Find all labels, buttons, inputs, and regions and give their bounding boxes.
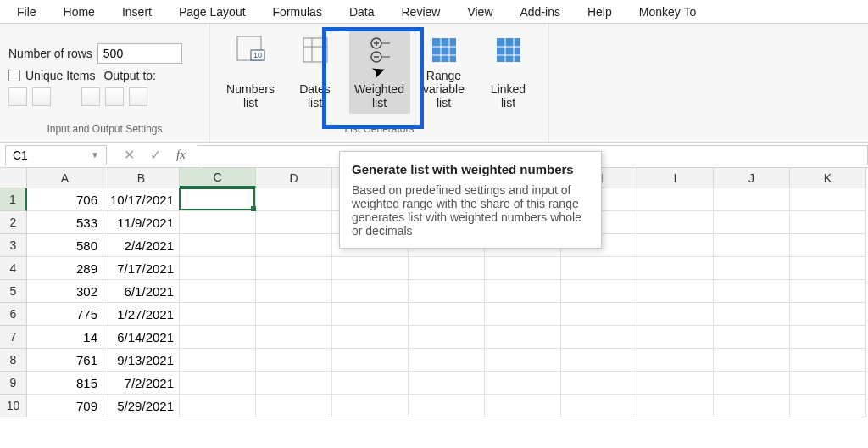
cell-K2[interactable] [790, 211, 866, 234]
decimal-decrease-icon[interactable] [32, 87, 51, 106]
fx-icon[interactable]: fx [176, 148, 186, 162]
menu-file[interactable]: File [3, 2, 50, 22]
cell-H4[interactable] [561, 257, 637, 280]
cell-D7[interactable] [256, 326, 332, 349]
cell-G9[interactable] [485, 372, 561, 395]
menu-monkey-tools[interactable]: Monkey To [626, 2, 709, 22]
cell-K8[interactable] [790, 349, 866, 372]
cell-I10[interactable] [637, 395, 714, 417]
output-range-icon[interactable] [129, 87, 147, 106]
menu-add-ins[interactable]: Add-ins [507, 2, 574, 22]
cell-K5[interactable] [790, 280, 866, 303]
cell-C4[interactable] [180, 257, 256, 280]
cell-D5[interactable] [256, 280, 332, 303]
cell-I2[interactable] [637, 211, 714, 234]
cell-C3[interactable] [180, 234, 256, 257]
cancel-icon[interactable]: ✕ [124, 147, 135, 163]
cell-I1[interactable] [637, 188, 714, 211]
cell-E10[interactable] [332, 395, 409, 417]
output-table-icon[interactable] [105, 87, 124, 106]
menu-home[interactable]: Home [50, 2, 108, 22]
cell-J1[interactable] [714, 188, 790, 211]
cell-I6[interactable] [637, 303, 714, 326]
cell-E6[interactable] [332, 303, 409, 326]
cell-J2[interactable] [714, 211, 790, 234]
cell-H10[interactable] [561, 395, 637, 417]
chevron-down-icon[interactable]: ▼ [91, 150, 99, 160]
col-header-J[interactable]: J [714, 168, 790, 188]
cell-I4[interactable] [637, 257, 714, 280]
cell-H7[interactable] [561, 326, 637, 349]
list-btn-numbers[interactable]: 10Numberslist [220, 29, 281, 114]
cell-F10[interactable] [409, 395, 485, 417]
cell-H9[interactable] [561, 372, 637, 395]
cell-D6[interactable] [256, 303, 332, 326]
menu-view[interactable]: View [453, 2, 506, 22]
menu-help[interactable]: Help [574, 2, 626, 22]
cell-B8[interactable]: 9/13/2021 [103, 349, 180, 372]
menu-formulas[interactable]: Formulas [259, 2, 336, 22]
col-header-D[interactable]: D [256, 168, 332, 188]
cell-F6[interactable] [409, 303, 485, 326]
cell-B9[interactable]: 7/2/2021 [103, 372, 180, 395]
cell-F4[interactable] [409, 257, 485, 280]
cell-A10[interactable]: 709 [27, 395, 103, 417]
cell-G8[interactable] [485, 349, 561, 372]
row-header-10[interactable]: 10 [0, 395, 27, 417]
output-sheet-icon[interactable] [81, 87, 100, 106]
cell-J8[interactable] [714, 349, 790, 372]
col-header-K[interactable]: K [790, 168, 866, 188]
cell-B5[interactable]: 6/1/2021 [103, 280, 180, 303]
cell-H5[interactable] [561, 280, 637, 303]
cell-G7[interactable] [485, 326, 561, 349]
cell-I8[interactable] [637, 349, 714, 372]
cell-C1[interactable] [180, 188, 256, 211]
cell-J6[interactable] [714, 303, 790, 326]
cell-A5[interactable]: 302 [27, 280, 103, 303]
cell-D4[interactable] [256, 257, 332, 280]
col-header-B[interactable]: B [103, 168, 180, 188]
cell-K1[interactable] [790, 188, 866, 211]
cell-A7[interactable]: 14 [27, 326, 103, 349]
cell-B10[interactable]: 5/29/2021 [103, 395, 180, 417]
row-header-3[interactable]: 3 [0, 234, 27, 257]
row-header-8[interactable]: 8 [0, 349, 27, 372]
cell-D8[interactable] [256, 349, 332, 372]
cell-H8[interactable] [561, 349, 637, 372]
cell-F5[interactable] [409, 280, 485, 303]
cell-C6[interactable] [180, 303, 256, 326]
cell-A1[interactable]: 706 [27, 188, 103, 211]
list-btn-weighted[interactable]: Weightedlist [349, 29, 410, 114]
cell-C8[interactable] [180, 349, 256, 372]
cell-F8[interactable] [409, 349, 485, 372]
cell-K4[interactable] [790, 257, 866, 280]
row-header-6[interactable]: 6 [0, 303, 27, 326]
decimal-increase-icon[interactable] [8, 87, 27, 106]
col-header-A[interactable]: A [27, 168, 103, 188]
cell-B7[interactable]: 6/14/2021 [103, 326, 180, 349]
cell-A9[interactable]: 815 [27, 372, 103, 395]
cell-J7[interactable] [714, 326, 790, 349]
cell-G4[interactable] [485, 257, 561, 280]
unique-items-checkbox[interactable] [8, 70, 20, 81]
cell-I5[interactable] [637, 280, 714, 303]
cell-E8[interactable] [332, 349, 409, 372]
cell-C7[interactable] [180, 326, 256, 349]
cell-B6[interactable]: 1/27/2021 [103, 303, 180, 326]
row-header-5[interactable]: 5 [0, 280, 27, 303]
cell-I9[interactable] [637, 372, 714, 395]
cell-A2[interactable]: 533 [27, 211, 103, 234]
cell-E4[interactable] [332, 257, 409, 280]
cell-D9[interactable] [256, 372, 332, 395]
cell-I3[interactable] [637, 234, 714, 257]
accept-icon[interactable]: ✓ [150, 147, 161, 163]
cell-G5[interactable] [485, 280, 561, 303]
cell-E5[interactable] [332, 280, 409, 303]
cell-A3[interactable]: 580 [27, 234, 103, 257]
cell-K3[interactable] [790, 234, 866, 257]
select-all-corner[interactable] [0, 168, 27, 188]
cell-G10[interactable] [485, 395, 561, 417]
col-header-C[interactable]: C [180, 168, 256, 188]
cell-J4[interactable] [714, 257, 790, 280]
cell-H6[interactable] [561, 303, 637, 326]
